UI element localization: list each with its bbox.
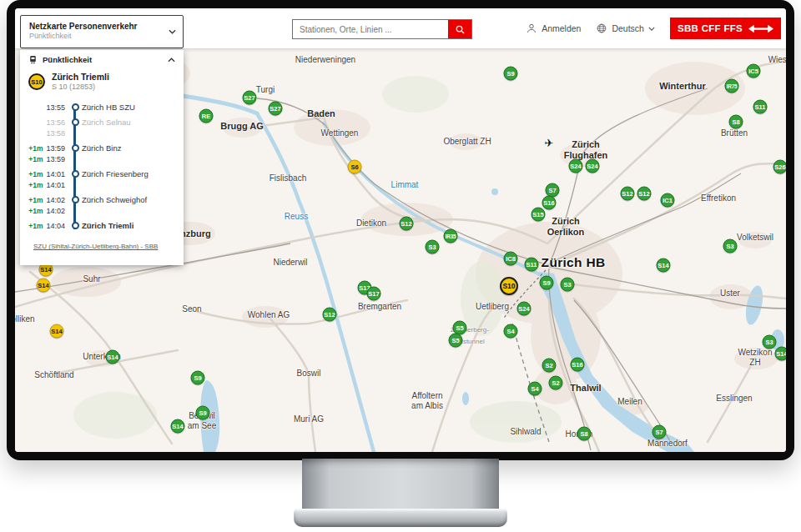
panel-header[interactable]: Pünktlichkeit xyxy=(27,55,177,68)
stop-time: 13:55 xyxy=(46,103,65,112)
sbb-double-arrow-icon xyxy=(748,23,773,34)
train-line-marker[interactable]: S14 xyxy=(37,279,51,293)
train-line-marker[interactable]: S5 xyxy=(449,334,463,348)
train-line-marker[interactable]: S27 xyxy=(243,91,257,105)
stop-row: +1m13:59+1m13:59Zürich Binz xyxy=(27,143,177,164)
train-line-marker[interactable]: S11 xyxy=(753,100,768,114)
train-line-marker[interactable]: S9 xyxy=(504,67,518,81)
search-input[interactable] xyxy=(293,20,448,38)
train-line-marker[interactable]: S9 xyxy=(540,276,554,290)
user-icon xyxy=(526,23,537,34)
train-line-marker[interactable]: S12 xyxy=(400,217,414,231)
monitor-stand-neck xyxy=(302,459,499,510)
punctuality-panel: Pünktlichkeit S10 Zürich Triemli S 10 (1… xyxy=(20,50,184,265)
train-line-marker[interactable]: S6 xyxy=(348,160,362,174)
stop-name: Zürich Triemli xyxy=(82,220,177,230)
train-line-marker[interactable]: S14 xyxy=(775,347,787,361)
train-line-marker[interactable]: S4 xyxy=(504,324,518,339)
train-line-marker[interactable]: S24 xyxy=(569,159,583,173)
layer-subtitle: Pünktlichkeit xyxy=(29,32,138,42)
stop-dot xyxy=(72,196,79,203)
sbb-logo-text: SBB CFF FFS xyxy=(678,23,743,33)
train-line-marker[interactable]: S3 xyxy=(723,239,738,253)
train-line-marker[interactable]: IR75 xyxy=(725,79,739,93)
train-line-badge: S10 xyxy=(28,73,45,90)
train-line-marker[interactable]: S14 xyxy=(106,350,120,364)
train-line-marker[interactable]: S3 xyxy=(426,240,440,254)
map-layer-dropdown[interactable]: Netzkarte Personenverkehr Pünktlichkeit xyxy=(20,15,184,48)
chevron-up-icon[interactable] xyxy=(168,58,175,63)
chevron-down-icon xyxy=(169,29,176,34)
delay-label: +1m xyxy=(28,144,43,153)
delay-label: +1m xyxy=(28,170,43,178)
stop-time: 13:59 xyxy=(46,155,65,163)
train-icon xyxy=(28,55,38,64)
monitor-stand-base xyxy=(294,509,507,527)
train-line-marker[interactable]: S7 xyxy=(652,425,667,439)
train-line-marker[interactable]: IR35 xyxy=(444,229,458,243)
stop-row: +1m14:02+1m14:02Zürich Schweighof xyxy=(27,194,177,216)
train-line-marker[interactable]: S16 xyxy=(571,358,585,372)
train-summary: S10 Zürich Triemli S 10 (12853) xyxy=(27,68,177,93)
delay-label: +1m xyxy=(28,207,43,215)
train-line-marker[interactable]: S10 xyxy=(500,277,518,295)
delay-label: +1m xyxy=(28,196,43,204)
train-line-marker[interactable]: S15 xyxy=(531,208,546,222)
sbb-logo: SBB CFF FFS xyxy=(670,18,781,39)
train-line-marker[interactable]: S2 xyxy=(549,376,563,390)
stop-name: Zürich HB SZU xyxy=(82,102,177,112)
stop-time: 14:02 xyxy=(46,207,65,215)
train-line-marker[interactable]: S2 xyxy=(542,359,557,373)
stop-name: Zürich Schweighof xyxy=(82,194,177,204)
train-line-marker[interactable]: S9 xyxy=(191,371,205,385)
train-line-marker[interactable]: S12 xyxy=(621,187,635,201)
train-line-marker[interactable]: S24 xyxy=(586,159,600,173)
train-line-marker[interactable]: S16 xyxy=(542,196,557,210)
train-line-marker[interactable]: S4 xyxy=(528,382,542,396)
stop-time: 14:01 xyxy=(46,181,65,189)
train-line-marker[interactable]: IC1 xyxy=(661,193,675,208)
stop-dot xyxy=(72,170,79,178)
stop-time: 13:56 xyxy=(46,118,65,127)
globe-icon xyxy=(596,23,607,34)
train-line-marker[interactable]: IC5 xyxy=(747,64,761,78)
train-line-marker[interactable]: S14 xyxy=(50,324,64,339)
stop-dot xyxy=(72,118,79,126)
login-button[interactable]: Anmelden xyxy=(526,23,581,34)
language-label: Deutsch xyxy=(612,23,644,33)
train-line-marker[interactable]: S11 xyxy=(525,258,539,272)
app-window: NiederweningenTurgiBadenBrugg AGWettinge… xyxy=(15,8,786,452)
stop-name: Zürich Binz xyxy=(82,143,177,153)
search-button[interactable] xyxy=(448,20,471,38)
stop-row: +1m14:04Zürich Triemli xyxy=(27,220,177,231)
train-line-marker[interactable]: S8 xyxy=(729,115,743,129)
train-line-marker[interactable]: S8 xyxy=(577,427,592,441)
stop-row: 13:5613:58Zürich Selnau xyxy=(27,117,177,138)
train-line-marker[interactable]: S9 xyxy=(196,406,210,420)
train-line-marker[interactable]: S27 xyxy=(269,102,283,116)
stop-row: +1m14:01+1m14:01Zürich Friesenberg xyxy=(27,168,177,190)
operator-link[interactable]: SZU (Sihltal-Zürich-Uetliberg-Bahn) - SB… xyxy=(33,243,158,250)
train-line-marker[interactable]: S14 xyxy=(171,419,185,434)
map-layer-dropdown-text: Netzkarte Personenverkehr Pünktlichkeit xyxy=(29,21,138,42)
train-line-marker[interactable]: S26 xyxy=(773,160,787,174)
train-name: Zürich Triemli xyxy=(52,72,109,83)
stop-time: 14:01 xyxy=(46,170,65,178)
stop-time: 13:58 xyxy=(46,129,65,138)
train-line-marker[interactable]: S12 xyxy=(323,308,337,322)
login-label: Anmelden xyxy=(542,23,581,33)
language-selector[interactable]: Deutsch xyxy=(596,23,655,34)
delay-label: +1m xyxy=(28,155,43,163)
stop-name: Zürich Friesenberg xyxy=(82,168,177,178)
train-line-marker[interactable]: S14 xyxy=(657,258,671,273)
stop-dot xyxy=(72,222,79,229)
train-line-marker[interactable]: S3 xyxy=(561,278,575,292)
train-line-marker[interactable]: IC8 xyxy=(504,252,518,266)
stop-name: Zürich Selnau xyxy=(82,117,177,127)
train-line-marker[interactable]: S12 xyxy=(637,187,652,201)
train-line-marker[interactable]: S17 xyxy=(367,287,381,301)
train-line-marker[interactable]: S24 xyxy=(517,302,531,316)
train-line-marker[interactable]: S3 xyxy=(763,335,777,349)
train-line-marker[interactable]: RE xyxy=(199,109,214,123)
stop-row: 13:55Zürich HB SZU xyxy=(27,102,177,113)
